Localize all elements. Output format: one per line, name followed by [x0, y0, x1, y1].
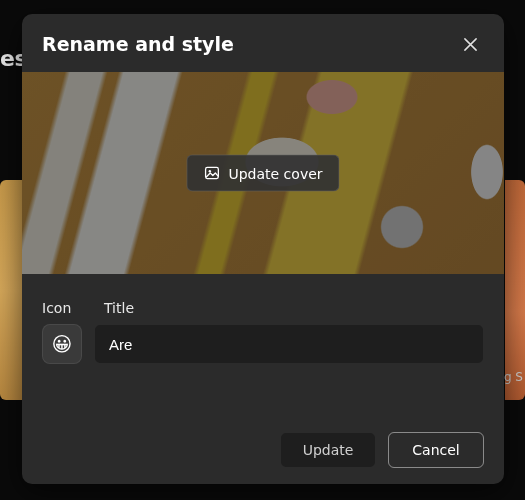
cancel-button[interactable]: Cancel [388, 432, 484, 468]
update-cover-button[interactable]: Update cover [186, 155, 339, 192]
close-icon [463, 37, 478, 52]
modal-header: Rename and style [22, 14, 504, 72]
svg-rect-0 [206, 167, 219, 178]
modal-title: Rename and style [42, 33, 234, 55]
labels-row: Icon Title [42, 300, 484, 316]
update-button[interactable]: Update [280, 432, 376, 468]
background-partial-text-right: g S [504, 370, 523, 384]
close-button[interactable] [456, 30, 484, 58]
image-icon [203, 165, 220, 182]
title-field-label: Title [104, 300, 134, 316]
background-card-right [505, 180, 525, 400]
title-input[interactable] [94, 324, 484, 364]
form-area: Icon Title 😀 Update Cancel [22, 274, 504, 484]
cover-preview: Update cover [22, 72, 504, 274]
update-cover-label: Update cover [228, 165, 322, 181]
inputs-row: 😀 [42, 324, 484, 364]
svg-point-1 [209, 170, 211, 172]
background-card-left [0, 180, 22, 400]
icon-field-label: Icon [42, 300, 88, 316]
icon-picker[interactable]: 😀 [42, 324, 82, 364]
modal-footer: Update Cancel [42, 410, 484, 468]
rename-style-modal: Rename and style Update cover Icon Title… [22, 14, 504, 484]
